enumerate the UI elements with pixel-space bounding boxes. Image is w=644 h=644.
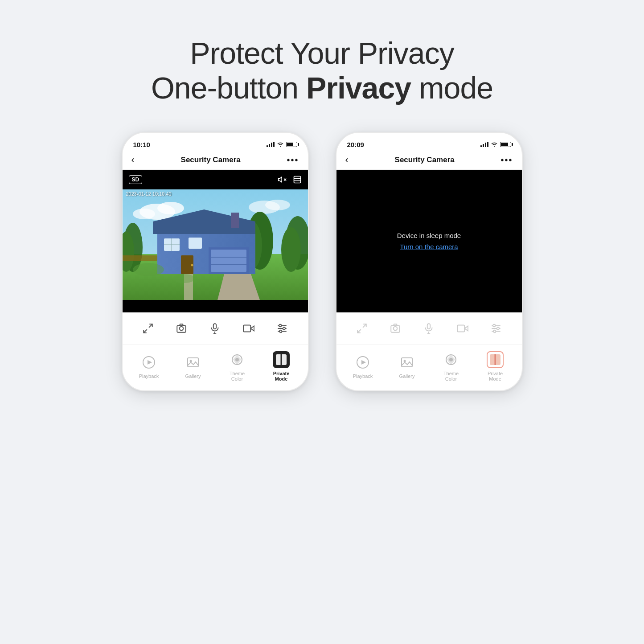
back-button-right[interactable]: ‹ <box>345 154 349 166</box>
tab-private-right[interactable]: PrivateMode <box>477 351 513 381</box>
battery-icon-left <box>286 142 297 147</box>
svg-point-38 <box>173 274 195 283</box>
layout-icon[interactable] <box>293 175 302 184</box>
nav-bar-right: ‹ Security Camera ••• <box>336 152 522 170</box>
record-button-left[interactable] <box>241 320 257 336</box>
back-button-left[interactable]: ‹ <box>131 154 135 166</box>
settings-button-left[interactable] <box>274 320 290 336</box>
svg-point-53 <box>279 330 282 332</box>
svg-rect-47 <box>243 325 250 332</box>
tab-playback-right[interactable]: Playback <box>345 354 381 379</box>
tab-label-playback-right: Playback <box>353 373 373 379</box>
svg-line-39 <box>149 324 152 328</box>
nav-title-left: Security Camera <box>181 156 241 164</box>
header-line1: Protect Your Privacy <box>151 36 493 70</box>
tab-label-gallery-left: Gallery <box>185 373 201 379</box>
svg-line-63 <box>357 329 361 333</box>
tab-gallery-left[interactable]: Gallery <box>175 354 211 379</box>
signal-bars-left <box>267 142 275 147</box>
svg-marker-78 <box>361 360 366 365</box>
wifi-icon-left <box>277 142 284 147</box>
phone-notch-left <box>186 133 244 145</box>
tab-private-left[interactable]: PrivateMode <box>263 351 299 381</box>
signal-bar-4 <box>273 142 275 147</box>
tab-label-private-left: PrivateMode <box>273 371 290 381</box>
tab-playback-left[interactable]: Playback <box>131 354 167 379</box>
signal-bar-2 <box>269 144 270 147</box>
svg-marker-0 <box>278 177 282 182</box>
tab-label-theme-right: ThemeColor <box>443 371 459 381</box>
mic-button-right[interactable] <box>421 320 437 336</box>
battery-icon-right <box>500 142 511 147</box>
svg-point-51 <box>279 324 281 327</box>
svg-point-75 <box>496 327 499 329</box>
camera-view-left: SD 2023-01-12 10:10:40 <box>123 170 308 312</box>
gallery-icon-left <box>185 354 201 371</box>
private-icon-right <box>487 351 504 368</box>
svg-point-76 <box>493 330 496 332</box>
svg-point-64 <box>394 327 398 331</box>
fullscreen-button-left[interactable] <box>140 320 156 336</box>
more-button-left[interactable]: ••• <box>287 155 299 165</box>
phone-left: 10:10 ‹ <box>122 132 309 391</box>
svg-rect-34 <box>231 213 239 228</box>
tab-theme-right[interactable]: ThemeColor <box>433 351 469 381</box>
status-icons-right <box>480 142 511 147</box>
sd-badge-left: SD <box>129 175 143 184</box>
signal-bars-right <box>480 142 488 147</box>
signal-bar-3 <box>271 143 272 147</box>
svg-rect-79 <box>402 358 412 367</box>
svg-rect-84 <box>495 354 496 365</box>
controls-row-right <box>336 312 522 345</box>
svg-marker-69 <box>464 326 468 331</box>
tab-label-gallery-right: Gallery <box>399 373 415 379</box>
svg-point-59 <box>235 358 239 361</box>
tab-gallery-right[interactable]: Gallery <box>389 354 425 379</box>
mute-icon[interactable] <box>278 175 287 184</box>
header-line2-suffix: mode <box>411 71 493 105</box>
phone-notch-right <box>400 133 458 145</box>
svg-marker-46 <box>250 326 254 331</box>
timestamp-left: 2023-01-12 10:10:40 <box>126 191 172 197</box>
screenshot-button-right[interactable] <box>387 320 403 336</box>
private-icon-left <box>273 351 290 368</box>
bottom-tabs-left: Playback Gallery <box>123 345 308 390</box>
house-scene-svg <box>123 189 308 300</box>
header-line2-prefix: One-button <box>151 71 306 105</box>
gallery-icon-right <box>398 354 415 371</box>
private-mode-icon-right <box>487 351 504 368</box>
theme-icon-right <box>443 351 459 368</box>
mic-button-left[interactable] <box>207 320 223 336</box>
phones-container: 10:10 ‹ <box>122 132 523 391</box>
camera-header-bar-left: SD <box>123 170 308 189</box>
tab-label-theme-left: ThemeColor <box>230 371 245 381</box>
header-line2-bold: Privacy <box>306 71 411 105</box>
svg-point-82 <box>449 358 453 361</box>
battery-fill-left <box>287 143 294 146</box>
sleep-text: Device in sleep mode <box>397 232 461 239</box>
svg-marker-55 <box>148 360 152 365</box>
private-mode-icon-left <box>273 351 290 368</box>
screenshot-button-left[interactable] <box>173 320 189 336</box>
settings-button-right[interactable] <box>488 320 504 336</box>
battery-fill-right <box>501 143 509 146</box>
status-time-left: 10:10 <box>133 141 150 148</box>
svg-point-74 <box>493 324 495 327</box>
svg-rect-56 <box>188 358 198 367</box>
status-time-right: 20:09 <box>347 141 364 148</box>
header-line2: One-button Privacy mode <box>151 70 493 105</box>
signal-bar-r1 <box>480 145 482 147</box>
svg-rect-25 <box>211 250 246 272</box>
tab-label-playback-left: Playback <box>139 373 159 379</box>
bottom-tabs-right: Playback Gallery <box>336 345 522 390</box>
svg-point-52 <box>283 327 285 329</box>
svg-point-16 <box>281 227 301 272</box>
fullscreen-button-right[interactable] <box>354 320 370 336</box>
tab-theme-left[interactable]: ThemeColor <box>219 351 255 381</box>
turn-on-link[interactable]: Turn on the camera <box>400 243 458 250</box>
svg-line-40 <box>144 329 147 333</box>
more-button-right[interactable]: ••• <box>500 155 513 165</box>
theme-icon-left <box>229 351 246 368</box>
record-button-right[interactable] <box>455 320 471 336</box>
signal-bar-1 <box>267 145 268 147</box>
